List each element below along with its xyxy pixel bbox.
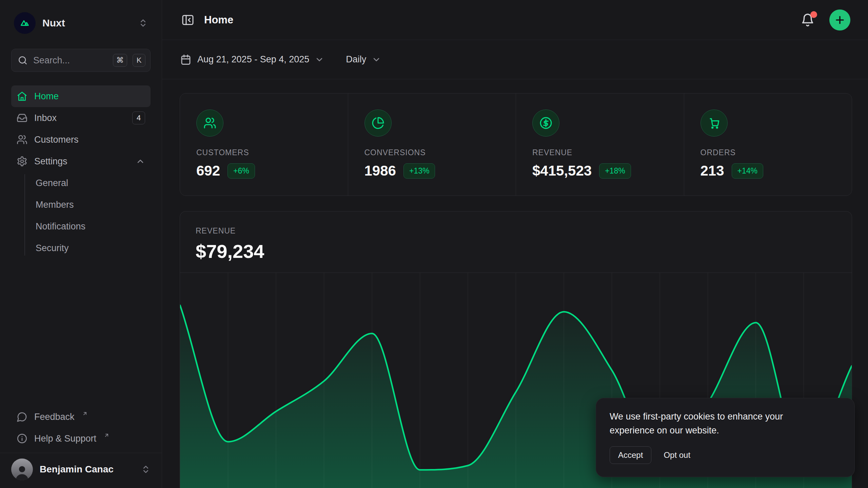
sidebar-item-inbox[interactable]: Inbox 4 [11, 107, 151, 129]
page-title: Home [204, 14, 233, 26]
sidebar-item-customers[interactable]: Customers [11, 129, 151, 150]
stat-label: CONVERSIONS [364, 148, 500, 157]
chevron-down-icon [372, 55, 381, 64]
search-input[interactable]: Search... ⌘ K [11, 49, 151, 72]
house-icon [17, 91, 27, 102]
granularity-select[interactable]: Daily [346, 54, 381, 65]
inbox-icon [17, 113, 27, 123]
cookie-actions: Accept Opt out [610, 446, 841, 464]
sidebar-subitem-notifications[interactable]: Notifications [36, 216, 151, 237]
revenue-chart-header: REVENUE $79,234 [180, 211, 852, 272]
external-link-icon [104, 432, 110, 438]
sidebar-item-label: Feedback [34, 412, 75, 422]
accept-cookies-button[interactable]: Accept [610, 446, 651, 464]
cart-icon [701, 109, 728, 137]
stat-value: 213 [701, 163, 724, 179]
stat-revenue[interactable]: REVENUE $415,523 +18% [516, 94, 684, 196]
filters-toolbar: Aug 21, 2025 - Sep 4, 2025 Daily [162, 40, 868, 79]
panel-collapse-icon [181, 13, 195, 27]
stats-card-row: CUSTOMERS 692 +6% CONVERSIONS 1986 +13% [180, 93, 852, 196]
inbox-count-badge: 4 [132, 111, 145, 124]
optout-cookies-button[interactable]: Opt out [664, 450, 690, 460]
sidebar-subitem-security[interactable]: Security [36, 237, 151, 259]
stat-value: 692 [196, 163, 220, 179]
top-header: Home [162, 0, 868, 40]
stat-delta-badge: +18% [599, 163, 631, 179]
chevron-up-icon [136, 157, 145, 166]
stat-value: 1986 [364, 163, 396, 179]
chevron-down-icon [315, 55, 324, 64]
plus-icon [834, 14, 846, 26]
cookie-message: We use first-party cookies to enhance yo… [610, 410, 823, 438]
collapse-sidebar-button[interactable] [180, 12, 196, 28]
kbd-k: K [133, 54, 145, 67]
settings-subnav: General Members Notifications Security [11, 172, 151, 259]
cookie-banner: We use first-party cookies to enhance yo… [596, 398, 855, 477]
stat-delta-badge: +13% [403, 163, 435, 179]
gear-icon [17, 156, 27, 167]
sidebar-item-home[interactable]: Home [11, 85, 151, 107]
account-menu-button[interactable]: Benjamin Canac [0, 453, 162, 485]
sidebar-subitem-general[interactable]: General [36, 172, 151, 194]
app-root: Nuxt Search... ⌘ K Home [0, 0, 868, 488]
granularity-label: Daily [346, 54, 366, 65]
info-circle-icon [17, 433, 27, 444]
dollar-circle-icon [532, 109, 559, 137]
sidebar-nav: Home Inbox 4 Customers Sett [11, 85, 151, 259]
stat-value: $415,523 [532, 163, 592, 179]
main-area: Home Aug 21, 2025 - Sep 4, 2025 [162, 0, 868, 488]
sidebar: Nuxt Search... ⌘ K Home [0, 0, 162, 488]
notification-dot [810, 11, 817, 18]
sidebar-item-label: Help & Support [34, 433, 96, 444]
calendar-icon [180, 54, 192, 66]
stat-customers[interactable]: CUSTOMERS 692 +6% [180, 94, 348, 196]
users-icon [17, 134, 27, 145]
search-placeholder: Search... [33, 55, 107, 66]
sidebar-item-feedback[interactable]: Feedback [11, 406, 151, 428]
message-bubble-icon [17, 411, 27, 422]
sidebar-item-help-support[interactable]: Help & Support [11, 428, 151, 449]
sidebar-item-label: Settings [34, 156, 67, 167]
sidebar-item-label: Customers [34, 135, 79, 145]
pie-chart-icon [364, 109, 392, 137]
date-range-label: Aug 21, 2025 - Sep 4, 2025 [197, 54, 309, 65]
kbd-command: ⌘ [113, 54, 127, 67]
sidebar-subitem-members[interactable]: Members [36, 194, 151, 216]
user-name: Benjamin Canac [40, 464, 134, 475]
revenue-chart-label: REVENUE [196, 226, 836, 236]
sidebar-item-label: Inbox [34, 113, 57, 123]
workspace-name: Nuxt [42, 17, 132, 29]
chevrons-up-down-icon [141, 465, 151, 474]
sidebar-item-label: Home [34, 91, 59, 102]
sidebar-footer: Feedback Help & Support Benjamin Canac [11, 406, 151, 488]
users-icon [196, 109, 223, 137]
stat-label: ORDERS [701, 148, 836, 157]
date-range-picker[interactable]: Aug 21, 2025 - Sep 4, 2025 [180, 54, 324, 66]
search-icon [18, 55, 28, 65]
external-link-icon [82, 411, 88, 416]
sidebar-item-settings[interactable]: Settings [11, 150, 151, 172]
stat-conversions[interactable]: CONVERSIONS 1986 +13% [348, 94, 516, 196]
chevrons-up-down-icon [138, 18, 148, 28]
revenue-chart-value: $79,234 [196, 240, 836, 262]
add-button[interactable] [829, 9, 850, 30]
stat-delta-badge: +6% [228, 163, 255, 179]
stat-label: CUSTOMERS [196, 148, 332, 157]
notifications-button[interactable] [800, 12, 816, 28]
nuxt-logo-icon [14, 12, 36, 34]
stat-delta-badge: +14% [732, 163, 763, 179]
avatar [11, 459, 33, 480]
stat-orders[interactable]: ORDERS 213 +14% [684, 94, 852, 196]
stat-label: REVENUE [532, 148, 668, 157]
workspace-switcher[interactable]: Nuxt [11, 9, 151, 34]
